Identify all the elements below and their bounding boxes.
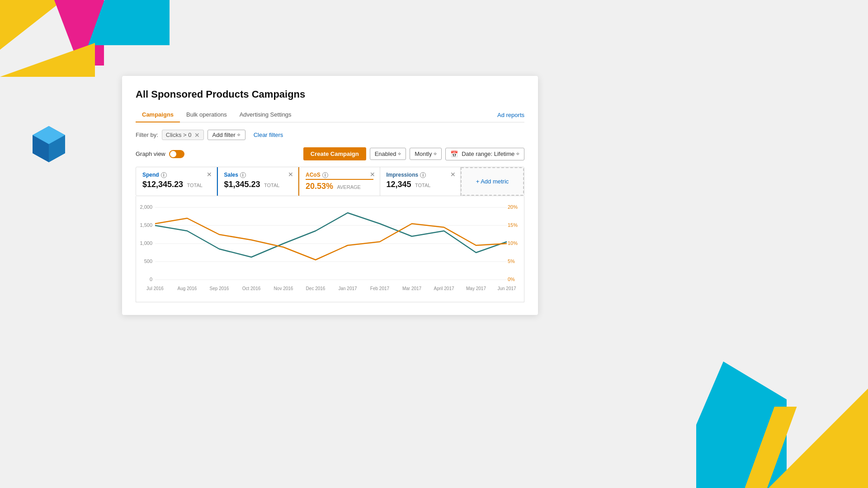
svg-text:Mar 2017: Mar 2017 bbox=[402, 286, 422, 291]
svg-text:Jun 2017: Jun 2017 bbox=[497, 286, 516, 291]
monthly-dropdown[interactable]: Montly ÷ bbox=[410, 148, 442, 160]
svg-text:April 2017: April 2017 bbox=[434, 286, 454, 291]
sales-close-button[interactable]: ✕ bbox=[288, 171, 293, 178]
svg-text:500: 500 bbox=[144, 258, 152, 264]
graph-view-toggle[interactable] bbox=[169, 150, 184, 158]
date-range-label: Date range: Lifetime ÷ bbox=[462, 150, 519, 157]
metric-cards: Spend i $12,345.23 TOTAL ✕ Sales i $1,34… bbox=[136, 167, 524, 196]
acos-close-button[interactable]: ✕ bbox=[370, 171, 375, 178]
ad-reports-link[interactable]: Ad reports bbox=[497, 112, 524, 122]
metric-title-impressions: Impressions i bbox=[387, 172, 454, 178]
svg-text:0: 0 bbox=[150, 277, 152, 282]
page-title: All Sponsored Products Campaigns bbox=[136, 89, 524, 100]
metric-title-acos: ACoS i bbox=[306, 172, 373, 180]
impressions-close-button[interactable]: ✕ bbox=[450, 171, 456, 178]
main-card: All Sponsored Products Campaigns Campaig… bbox=[122, 76, 538, 315]
filter-label: Filter by: bbox=[136, 131, 158, 138]
svg-text:Jan 2017: Jan 2017 bbox=[338, 286, 357, 291]
create-campaign-button[interactable]: Create Campaign bbox=[303, 147, 366, 160]
graph-view-label: Graph view bbox=[136, 150, 165, 157]
svg-text:5%: 5% bbox=[508, 258, 515, 264]
controls-right: Create Campaign Enabled ÷ Montly ÷ 📅 Dat… bbox=[303, 147, 524, 160]
metric-title-sales: Sales i bbox=[224, 172, 292, 178]
svg-text:0%: 0% bbox=[508, 277, 515, 282]
svg-marker-3 bbox=[49, 135, 65, 162]
metric-value-sales: $1,345.23 TOTAL bbox=[224, 180, 292, 189]
tabs-bar: Campaigns Bulk operations Advertising Se… bbox=[136, 108, 524, 122]
decoration-top-left bbox=[0, 0, 222, 77]
svg-text:15%: 15% bbox=[508, 222, 518, 228]
metric-value-spend: $12,345.23 TOTAL bbox=[142, 180, 210, 189]
graph-view-toggle-row: Graph view bbox=[136, 150, 184, 158]
spend-info-icon[interactable]: i bbox=[161, 172, 167, 178]
svg-text:Sep 2016: Sep 2016 bbox=[210, 286, 229, 291]
impressions-info-icon[interactable]: i bbox=[420, 172, 426, 178]
acos-info-icon[interactable]: i bbox=[322, 172, 328, 178]
active-filter-value: Clicks > 0 bbox=[166, 131, 192, 138]
monthly-label: Montly ÷ bbox=[415, 150, 437, 157]
graph-controls: Graph view Create Campaign Enabled ÷ Mon… bbox=[136, 147, 524, 160]
active-filter-chip: Clicks > 0 ✕ bbox=[162, 130, 204, 140]
tab-campaigns[interactable]: Campaigns bbox=[136, 108, 180, 122]
metric-card-sales: Sales i $1,345.23 TOTAL ✕ bbox=[217, 167, 299, 196]
decoration-blue-cube bbox=[31, 124, 67, 164]
svg-text:1,500: 1,500 bbox=[140, 222, 152, 228]
svg-marker-2 bbox=[33, 135, 49, 162]
chart-area: 2,000 1,500 1,000 500 0 20% 15% 10% 5% 0… bbox=[136, 196, 524, 302]
svg-text:Dec 2016: Dec 2016 bbox=[306, 286, 326, 291]
svg-text:Jul 2016: Jul 2016 bbox=[146, 286, 164, 291]
sales-info-icon[interactable]: i bbox=[240, 172, 246, 178]
svg-text:Feb 2017: Feb 2017 bbox=[370, 286, 390, 291]
metric-card-spend: Spend i $12,345.23 TOTAL ✕ bbox=[136, 167, 217, 196]
svg-text:1,000: 1,000 bbox=[140, 240, 152, 246]
svg-text:Aug 2016: Aug 2016 bbox=[178, 286, 197, 291]
svg-text:Nov 2016: Nov 2016 bbox=[274, 286, 293, 291]
metric-card-impressions: Impressions i 12,345 TOTAL ✕ bbox=[380, 167, 461, 196]
clear-filters-button[interactable]: Clear filters bbox=[249, 130, 288, 140]
svg-text:May 2017: May 2017 bbox=[466, 286, 486, 291]
metric-title-spend: Spend i bbox=[142, 172, 210, 178]
line-chart: 2,000 1,500 1,000 500 0 20% 15% 10% 5% 0… bbox=[136, 201, 524, 296]
svg-text:10%: 10% bbox=[508, 240, 518, 246]
svg-text:20%: 20% bbox=[508, 204, 518, 210]
svg-text:Oct 2016: Oct 2016 bbox=[242, 286, 261, 291]
metric-value-acos: 20.53% AVERAGE bbox=[306, 182, 373, 191]
calendar-icon: 📅 bbox=[450, 150, 458, 158]
svg-marker-1 bbox=[33, 126, 65, 144]
decoration-bottom-right bbox=[669, 325, 868, 488]
tabs-left: Campaigns Bulk operations Advertising Se… bbox=[136, 108, 298, 122]
spend-close-button[interactable]: ✕ bbox=[207, 171, 212, 178]
add-metric-button[interactable]: + Add metric bbox=[461, 167, 524, 196]
metric-value-impressions: 12,345 TOTAL bbox=[387, 180, 454, 189]
tab-bulk-operations[interactable]: Bulk operations bbox=[180, 108, 233, 122]
remove-filter-button[interactable]: ✕ bbox=[194, 132, 200, 138]
tab-advertising-settings[interactable]: Advertising Settings bbox=[233, 108, 298, 122]
svg-marker-0 bbox=[33, 126, 65, 162]
date-range-dropdown[interactable]: 📅 Date range: Lifetime ÷ bbox=[445, 148, 524, 160]
enabled-dropdown[interactable]: Enabled ÷ bbox=[370, 148, 406, 160]
svg-text:2,000: 2,000 bbox=[140, 204, 152, 210]
metric-card-acos: ACoS i 20.53% AVERAGE ✕ bbox=[298, 167, 380, 196]
filter-bar: Filter by: Clicks > 0 ✕ Add filter ÷ Cle… bbox=[136, 130, 524, 140]
add-filter-button[interactable]: Add filter ÷ bbox=[208, 130, 245, 140]
enabled-label: Enabled ÷ bbox=[375, 150, 401, 157]
